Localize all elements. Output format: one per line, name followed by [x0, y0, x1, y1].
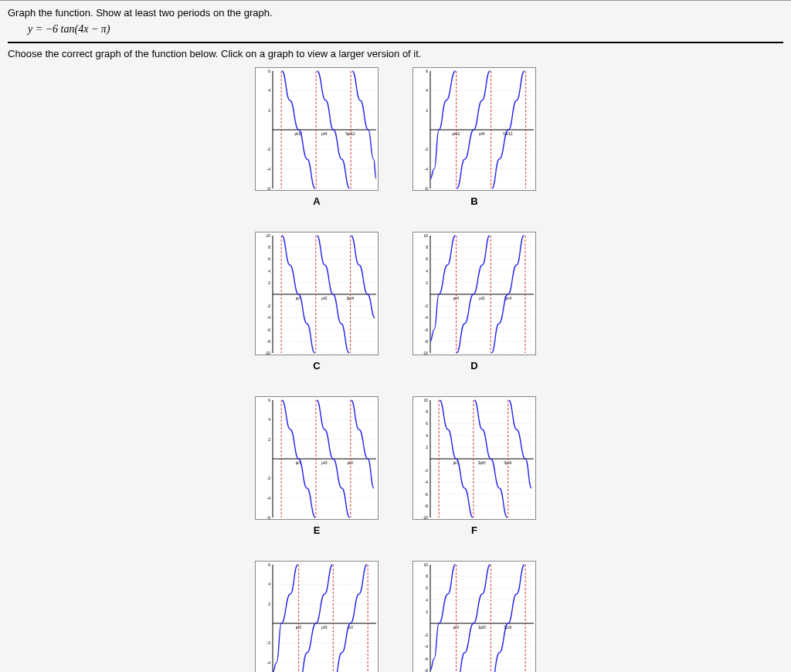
svg-text:2: 2 — [426, 609, 428, 614]
svg-text:-2: -2 — [267, 476, 271, 480]
svg-text:6: 6 — [426, 69, 428, 73]
svg-text:pi/4: pi/4 — [321, 132, 328, 136]
section-divider — [8, 42, 783, 43]
svg-text:pi/2: pi/2 — [479, 297, 485, 300]
svg-text:5pi/12: 5pi/12 — [503, 132, 513, 136]
svg-text:-4: -4 — [267, 660, 271, 665]
svg-text:8: 8 — [426, 245, 428, 249]
svg-text:-2: -2 — [425, 304, 429, 308]
svg-text:4: 4 — [268, 88, 270, 93]
svg-text:pi/3: pi/3 — [321, 461, 328, 465]
svg-text:6: 6 — [426, 256, 428, 261]
option-h[interactable]: -10-8-6-4-2246810pi/33pi/55pi/6 H — [411, 561, 538, 672]
svg-text:10: 10 — [423, 398, 428, 402]
graph-h[interactable]: -10-8-6-4-2246810pi/33pi/55pi/6 — [412, 561, 536, 672]
option-label-c: C — [253, 360, 380, 372]
svg-text:-2: -2 — [425, 147, 429, 151]
svg-text:-4: -4 — [267, 167, 271, 171]
svg-text:4: 4 — [426, 598, 428, 602]
svg-text:10: 10 — [423, 562, 428, 567]
formula-body: −6 tan(4x − π) — [46, 23, 110, 35]
svg-text:8: 8 — [426, 409, 428, 414]
question-prompt: Graph the function. Show at least two pe… — [8, 7, 783, 19]
svg-text:4: 4 — [268, 417, 270, 422]
option-label-e: E — [253, 524, 380, 536]
svg-text:6: 6 — [426, 421, 428, 426]
svg-text:3pi/5: 3pi/5 — [478, 461, 486, 465]
svg-text:-2: -2 — [267, 640, 271, 645]
svg-text:-6: -6 — [267, 186, 271, 191]
svg-text:-2: -2 — [267, 147, 271, 151]
graph-a[interactable]: -6-4-2246pi/12pi/45pi/12 — [255, 67, 379, 191]
svg-text:4: 4 — [268, 269, 270, 273]
svg-text:-8: -8 — [267, 339, 271, 344]
option-e[interactable]: -6-4-2246pi/5pi/3pi/2 E — [253, 396, 380, 536]
question-panel: Graph the function. Show at least two pe… — [0, 0, 791, 672]
svg-text:-8: -8 — [425, 339, 429, 344]
graph-c[interactable]: -10-8-6-4-2246810pi/4pi/23pi/4 — [255, 232, 379, 355]
svg-text:2: 2 — [268, 108, 270, 113]
graph-f[interactable]: -10-8-6-4-2246810pi/33pi/55pi/6 — [412, 396, 536, 520]
svg-text:6: 6 — [268, 562, 270, 567]
option-d[interactable]: -10-8-6-4-2246810pi/4pi/23pi/4 D — [411, 232, 538, 372]
svg-text:2: 2 — [268, 437, 270, 442]
svg-text:-6: -6 — [425, 186, 429, 191]
option-label-b: B — [411, 195, 538, 207]
svg-text:-8: -8 — [425, 668, 429, 672]
svg-text:-4: -4 — [267, 315, 271, 320]
graph-g[interactable]: -6-4-2246pi/5pi/3pi/2 — [255, 561, 379, 672]
svg-text:-8: -8 — [425, 504, 429, 508]
graph-d[interactable]: -10-8-6-4-2246810pi/4pi/23pi/4 — [412, 232, 536, 355]
svg-text:4: 4 — [426, 269, 428, 273]
svg-text:10: 10 — [266, 233, 270, 238]
svg-text:-2: -2 — [425, 468, 429, 473]
graph-b[interactable]: -6-4-2246pi/12pi/45pi/12 — [412, 67, 536, 191]
svg-text:-10: -10 — [265, 351, 270, 355]
svg-text:-4: -4 — [425, 480, 429, 484]
option-g[interactable]: -6-4-2246pi/5pi/3pi/2 G — [253, 561, 380, 672]
option-f[interactable]: -10-8-6-4-2246810pi/33pi/55pi/6 F — [411, 396, 538, 536]
svg-text:6: 6 — [268, 69, 270, 73]
svg-text:2: 2 — [426, 280, 428, 285]
choice-instruction: Choose the correct graph of the function… — [8, 48, 783, 59]
svg-text:-2: -2 — [267, 304, 271, 308]
svg-text:2: 2 — [268, 602, 270, 606]
option-label-f: F — [411, 524, 538, 536]
svg-text:-4: -4 — [267, 496, 271, 501]
svg-text:2: 2 — [268, 280, 270, 285]
svg-text:4: 4 — [426, 88, 428, 93]
question-formula: y = −6 tan(4x − π) — [28, 23, 783, 36]
svg-text:-4: -4 — [425, 644, 429, 649]
svg-text:8: 8 — [426, 574, 428, 579]
svg-text:-2: -2 — [425, 633, 429, 637]
svg-text:pi/3: pi/3 — [321, 626, 328, 630]
svg-text:-10: -10 — [423, 351, 428, 355]
svg-text:6: 6 — [268, 256, 270, 261]
option-a[interactable]: -6-4-2246pi/12pi/45pi/12 A — [253, 67, 380, 207]
svg-text:6: 6 — [426, 585, 428, 590]
svg-text:2: 2 — [426, 445, 428, 450]
graph-e[interactable]: -6-4-2246pi/5pi/3pi/2 — [255, 396, 379, 520]
svg-text:-10: -10 — [423, 515, 428, 520]
svg-text:4: 4 — [426, 433, 428, 438]
option-b[interactable]: -6-4-2246pi/12pi/45pi/12 B — [411, 67, 538, 207]
svg-text:6: 6 — [268, 398, 270, 402]
svg-text:-6: -6 — [267, 328, 271, 332]
formula-prefix: y = — [28, 23, 46, 35]
svg-text:8: 8 — [268, 245, 270, 249]
svg-text:2: 2 — [426, 108, 428, 113]
svg-text:-6: -6 — [425, 492, 429, 497]
svg-text:-6: -6 — [267, 515, 271, 520]
svg-text:-4: -4 — [425, 167, 429, 171]
option-label-d: D — [411, 360, 538, 372]
svg-text:-6: -6 — [425, 657, 429, 661]
svg-text:-6: -6 — [425, 328, 429, 332]
svg-text:4: 4 — [268, 582, 270, 586]
svg-text:pi/4: pi/4 — [479, 132, 485, 136]
svg-text:-4: -4 — [425, 315, 429, 320]
option-label-a: A — [253, 195, 380, 207]
svg-text:pi/2: pi/2 — [321, 297, 328, 300]
svg-text:3pi/5: 3pi/5 — [478, 626, 486, 630]
option-c[interactable]: -10-8-6-4-2246810pi/4pi/23pi/4 C — [253, 232, 380, 372]
graph-options-grid: -6-4-2246pi/12pi/45pi/12 A -6-4-2246pi/1… — [8, 67, 783, 672]
